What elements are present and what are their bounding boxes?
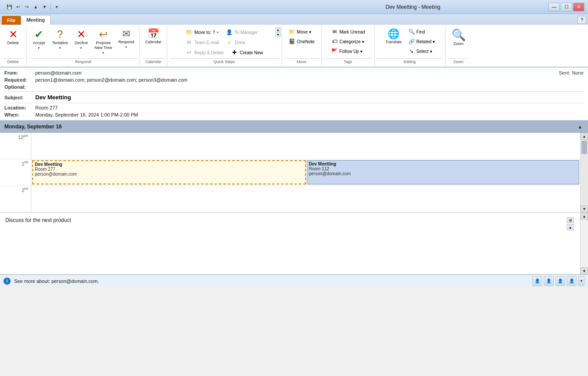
minimize-button[interactable]: —: [548, 3, 560, 11]
prev-button[interactable]: ▲: [32, 3, 40, 11]
calendar-button[interactable]: 📅 Calendar: [143, 27, 164, 46]
translate-button[interactable]: 🌐 Translate: [383, 27, 404, 46]
related-button[interactable]: 🔗 Related ▾: [406, 37, 437, 46]
qs-scroll-up[interactable]: ▲: [275, 27, 281, 32]
body-scroll-down[interactable]: ▼: [580, 267, 588, 274]
move-icon: 📁: [289, 28, 296, 35]
body-ctrl-2[interactable]: ▲: [567, 224, 574, 230]
redo-button[interactable]: ↪: [23, 3, 31, 11]
tags-group-content: ✉ Mark Unread 🏷 Categorize ▾ 🚩 Follow Up…: [329, 27, 367, 57]
find-button[interactable]: 🔍 Find: [406, 27, 437, 36]
calendar-scroll-up[interactable]: ▲: [577, 123, 584, 130]
time-label-12: 12pm: [18, 134, 28, 140]
quicksteps-row3: ↩ Reply & Delete ✚ Create New: [182, 48, 266, 57]
subject-label: Subject:: [4, 95, 35, 100]
qs-scroll-down[interactable]: ▼: [275, 32, 281, 37]
zoom-button[interactable]: 🔍 Zoom: [449, 27, 468, 48]
related-label: Related ▾: [416, 39, 435, 44]
onenote-button[interactable]: 📓 OneNote: [287, 37, 317, 46]
body-ctrl-1[interactable]: ⊞: [567, 217, 574, 223]
team-email-button[interactable]: ✉ Team E-mail: [182, 38, 222, 47]
when-row: When: Monday, September 16, 2024 1:00 PM…: [4, 111, 584, 118]
body-side-controls: ⊞ ▲: [567, 217, 575, 230]
delete-label: Delete: [7, 41, 19, 45]
status-icon-4[interactable]: 👤: [567, 276, 577, 286]
next-button[interactable]: ▼: [41, 3, 49, 11]
body-scroll-up[interactable]: ▲: [580, 213, 588, 220]
subject-row: Subject: Dev Meetting: [4, 93, 584, 102]
from-label: From:: [4, 70, 35, 75]
cal-scroll-up-btn[interactable]: ▲: [580, 133, 588, 140]
create-new-button[interactable]: ✚ Create New: [228, 48, 266, 57]
undo-button[interactable]: ↩: [14, 3, 22, 11]
move-to-button[interactable]: 📁 Move to: ? ▾: [182, 27, 222, 37]
event-item-1[interactable]: Dev Meetting Room 277 person@domain.com: [32, 160, 306, 184]
move-group-content: 📁 Move ▾ 📓 OneNote: [287, 27, 317, 57]
propose-new-time-button[interactable]: ↩ ProposeNew Time▾: [92, 27, 115, 56]
follow-up-button[interactable]: 🚩 Follow Up ▾: [329, 47, 364, 56]
when-value: Monday, September 16, 2024 1:00 PM-2:00 …: [35, 112, 584, 117]
mark-unread-button[interactable]: ✉ Mark Unread: [329, 27, 367, 36]
respond-button[interactable]: ✉ Respond▾: [116, 27, 137, 51]
ribbon-group-delete: ✕ Delete Delete: [0, 26, 26, 66]
time-label-2: 200: [22, 187, 28, 193]
cal-scroll-down-btn[interactable]: ▼: [580, 205, 588, 212]
tab-file[interactable]: File: [2, 16, 21, 25]
status-icon-1[interactable]: 👤: [532, 276, 542, 286]
done-icon: ✓: [226, 39, 233, 46]
move-button[interactable]: 📁 Move ▾: [287, 27, 313, 36]
delete-button[interactable]: ✕ Delete: [4, 27, 23, 47]
to-manager-button[interactable]: 👤 To Manager: [222, 27, 261, 37]
header-top-row: From: person@domain.com Sent: None: [4, 69, 584, 76]
accept-label: Accept▾: [33, 41, 45, 50]
accept-button[interactable]: ✔ Accept▾: [29, 27, 49, 52]
event-item-2[interactable]: Dev Meetting Room 112 person@domain.com: [307, 160, 580, 184]
propose-label: ProposeNew Time▾: [94, 41, 112, 55]
categorize-label: Categorize ▾: [339, 39, 364, 44]
tentative-label: Tentative▾: [52, 41, 68, 50]
ribbon-group-respond: ✔ Accept▾ ? Tentative▾ ✕ Decline▾ ↩ Prop…: [26, 26, 140, 66]
event2-person: person@domain.com: [309, 171, 577, 176]
body-inner: Discuss for the next product ⊞ ▲: [5, 217, 575, 230]
create-new-icon: ✚: [231, 49, 238, 56]
mark-unread-icon: ✉: [331, 28, 338, 35]
quicksteps-row2: ✉ Team E-mail ✓ Done: [182, 38, 248, 47]
status-text: See more about: person@domain.com.: [14, 278, 529, 284]
status-icon-3[interactable]: 👤: [555, 276, 565, 286]
status-icon-2[interactable]: 👤: [544, 276, 554, 286]
close-button[interactable]: ✕: [573, 3, 584, 11]
decline-label: Decline▾: [75, 41, 88, 50]
status-info-icon: i: [4, 278, 11, 285]
move-to-dropdown: ▾: [217, 30, 219, 34]
body-wrapper: Discuss for the next product ⊞ ▲ ▲ ▼: [0, 213, 588, 274]
event-row-1: Dev Meetting Room 277 person@domain.com …: [31, 159, 580, 186]
categorize-button[interactable]: 🏷 Categorize ▾: [329, 37, 366, 46]
ribbon-group-calendar: 📅 Calendar Calendar: [140, 26, 167, 66]
delete-group-label: Delete: [3, 58, 23, 64]
qat-customize-button[interactable]: ▾: [53, 3, 60, 11]
respond-group-content: ✔ Accept▾ ? Tentative▾ ✕ Decline▾ ↩ Prop…: [29, 27, 137, 57]
subject-value: Dev Meetting: [35, 94, 71, 101]
reply-delete-button[interactable]: ↩ Reply & Delete: [182, 48, 227, 57]
decline-button[interactable]: ✕ Decline▾: [72, 27, 91, 52]
save-button[interactable]: 💾: [5, 3, 13, 11]
help-icon[interactable]: ?: [577, 16, 586, 24]
status-dropdown[interactable]: ▾: [578, 276, 584, 286]
quicksteps-group-label: Quick Steps: [170, 58, 279, 64]
done-button[interactable]: ✓ Done: [223, 38, 249, 47]
tentative-button[interactable]: ? Tentative▾: [49, 27, 71, 52]
calendar-section: Monday, September 16 ▲ 12pm 100 200: [0, 120, 588, 213]
reply-delete-icon: ↩: [185, 49, 192, 56]
zoom-group-label: Zoom: [448, 58, 469, 64]
email-header: From: person@domain.com Sent: None Requi…: [0, 68, 588, 120]
select-button[interactable]: ↘ Select ▾: [406, 47, 437, 56]
body-content: Discuss for the next product ⊞ ▲: [0, 213, 580, 274]
maximize-button[interactable]: ☐: [561, 3, 572, 11]
calendar-body: 12pm 100 200 Dev Meetting Room 277 perso…: [0, 133, 588, 213]
time-column: 12pm 100 200: [0, 133, 31, 212]
tab-meeting[interactable]: Meeting: [21, 15, 51, 25]
respond-label: Respond▾: [118, 40, 134, 49]
optional-label: Optional:: [4, 84, 35, 90]
toolbar-right: ?: [577, 16, 586, 25]
qat-separator: [50, 4, 51, 10]
